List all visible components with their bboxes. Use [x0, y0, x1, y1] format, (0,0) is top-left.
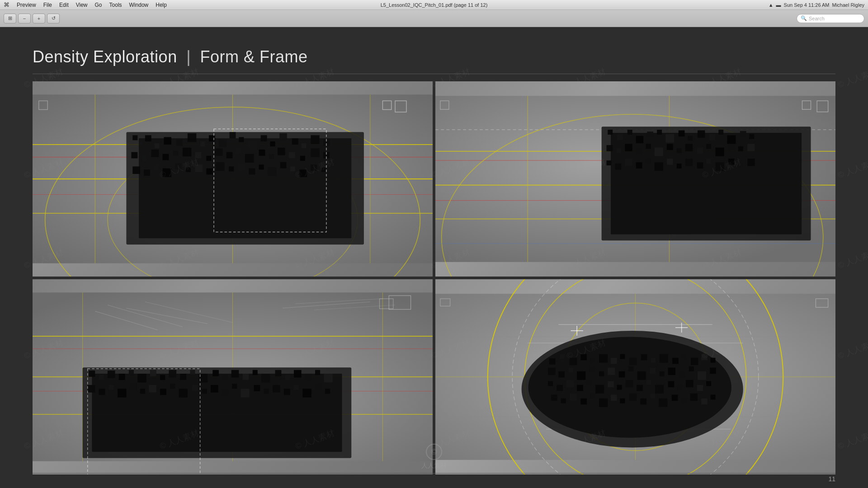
svg-rect-105 — [636, 148, 642, 154]
svg-rect-40 — [206, 156, 211, 161]
svg-rect-31 — [311, 135, 319, 144]
viewport-top-left — [33, 81, 433, 277]
svg-rect-30 — [302, 143, 307, 148]
svg-rect-125 — [685, 159, 693, 166]
svg-rect-50 — [311, 148, 319, 157]
svg-rect-28 — [279, 133, 287, 141]
svg-rect-36 — [163, 154, 169, 160]
svg-rect-131 — [747, 159, 755, 166]
svg-rect-255 — [557, 385, 563, 391]
viewport-bl-inner — [33, 279, 433, 474]
svg-rect-246 — [637, 371, 646, 380]
svg-rect-92 — [657, 130, 662, 135]
svg-rect-251 — [689, 366, 694, 371]
apple-menu[interactable]: ⌘ — [4, 1, 9, 8]
search-placeholder: Search — [809, 16, 825, 21]
svg-rect-59 — [206, 168, 212, 174]
svg-rect-253 — [710, 368, 716, 374]
svg-rect-89 — [627, 130, 632, 135]
viewport-br-svg — [435, 279, 835, 474]
bottom-watermark: © 人人素材 — [421, 444, 447, 470]
svg-rect-254 — [548, 381, 553, 386]
svg-rect-108 — [667, 144, 673, 150]
svg-rect-270 — [706, 381, 711, 386]
zoom-out-button[interactable]: − — [18, 14, 31, 23]
svg-rect-188 — [170, 384, 175, 389]
svg-rect-193 — [222, 389, 228, 395]
menu-go[interactable]: Go — [95, 2, 102, 8]
svg-rect-157 — [99, 375, 104, 380]
svg-rect-18 — [176, 140, 183, 146]
svg-rect-269 — [697, 385, 703, 391]
svg-rect-256 — [566, 380, 574, 387]
svg-rect-16 — [155, 143, 160, 148]
svg-rect-231 — [660, 354, 668, 363]
svg-rect-250 — [679, 371, 685, 378]
menu-help[interactable]: Help — [156, 2, 167, 8]
svg-rect-198 — [273, 385, 280, 393]
svg-rect-177 — [305, 374, 311, 380]
svg-rect-106 — [646, 144, 651, 149]
svg-rect-249 — [668, 368, 675, 375]
svg-rect-261 — [617, 385, 622, 390]
svg-rect-52 — [132, 166, 140, 174]
svg-rect-237 — [548, 368, 555, 375]
menu-window[interactable]: Window — [129, 2, 149, 8]
svg-rect-26 — [261, 135, 267, 141]
svg-rect-272 — [561, 399, 566, 404]
menu-file[interactable]: File — [43, 2, 52, 8]
svg-rect-111 — [697, 148, 703, 154]
menu-preview[interactable]: Preview — [17, 2, 36, 8]
menu-tools[interactable]: Tools — [109, 2, 122, 8]
viewport-bottom-right — [435, 279, 835, 474]
svg-rect-156 — [89, 371, 95, 377]
svg-rect-170 — [231, 370, 239, 378]
title-separator: | — [182, 47, 196, 66]
fit-page-button[interactable]: ↺ — [47, 14, 60, 23]
svg-rect-88 — [617, 134, 623, 141]
svg-rect-223 — [580, 354, 587, 361]
svg-rect-123 — [667, 159, 673, 165]
svg-rect-62 — [238, 163, 245, 171]
svg-rect-118 — [615, 164, 622, 170]
svg-rect-110 — [685, 144, 693, 151]
svg-rect-94 — [679, 130, 685, 136]
svg-rect-171 — [243, 374, 249, 380]
title-sub: Form & Frame — [200, 47, 308, 66]
menu-view[interactable]: View — [76, 2, 88, 8]
svg-rect-278 — [620, 399, 625, 404]
svg-rect-61 — [229, 166, 234, 171]
zoom-in-button[interactable]: + — [33, 14, 45, 23]
svg-rect-239 — [568, 368, 573, 373]
svg-rect-19 — [188, 133, 196, 142]
toolbar: ⊞ − + ↺ 🔍 Search — [0, 10, 868, 27]
svg-rect-275 — [590, 394, 595, 399]
svg-rect-259 — [595, 385, 604, 394]
viewport-tl-inner — [33, 81, 433, 277]
sidebar-toggle-button[interactable]: ⊞ — [4, 14, 16, 23]
menu-edit[interactable]: Edit — [59, 2, 69, 8]
svg-rect-172 — [253, 370, 258, 375]
svg-rect-280 — [640, 399, 646, 405]
svg-rect-245 — [629, 366, 634, 371]
viewport-bl-svg — [33, 279, 433, 474]
svg-rect-55 — [163, 168, 171, 177]
svg-rect-258 — [587, 380, 592, 385]
search-field[interactable]: 🔍 Search — [797, 14, 864, 23]
page-number: 11 — [828, 475, 835, 483]
svg-rect-101 — [749, 134, 754, 139]
svg-rect-182 — [109, 385, 114, 390]
viewport-tr-inner — [435, 81, 835, 277]
svg-rect-126 — [697, 162, 703, 169]
svg-rect-42 — [226, 152, 233, 159]
images-grid — [33, 81, 835, 474]
svg-rect-276 — [599, 399, 608, 407]
svg-rect-49 — [300, 156, 305, 161]
svg-rect-33 — [131, 152, 137, 159]
svg-rect-130 — [738, 162, 743, 167]
svg-rect-45 — [259, 150, 265, 156]
svg-rect-97 — [709, 134, 716, 141]
svg-rect-90 — [636, 136, 643, 143]
svg-rect-162 — [150, 370, 156, 376]
svg-rect-102 — [607, 145, 613, 151]
